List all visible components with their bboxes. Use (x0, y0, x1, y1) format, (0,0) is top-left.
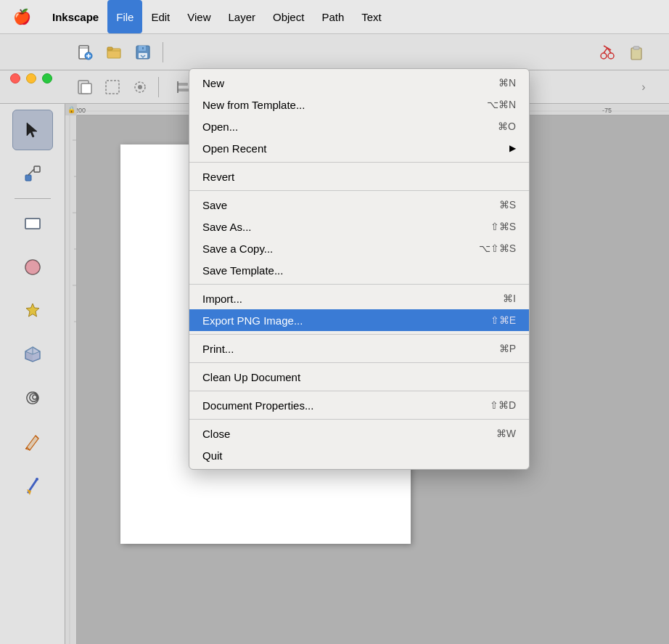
file-menu-dropdown[interactable]: New⌘NNew from Template...⌥⌘NOpen...⌘OOpe… (189, 68, 530, 470)
maximize-button[interactable] (42, 73, 52, 83)
menu-item-quit[interactable]: Quit (189, 444, 529, 466)
menu-item-new[interactable]: New⌘N (189, 72, 529, 94)
apple-menu[interactable]: 🍎 (0, 8, 44, 25)
svg-rect-40 (34, 166, 40, 172)
app-name: Inkscape (44, 11, 107, 23)
svg-line-13 (604, 48, 607, 53)
transform-button[interactable] (128, 75, 152, 99)
new-button[interactable] (73, 40, 97, 65)
menu-shortcut: ⌘P (499, 343, 516, 354)
svg-marker-46 (26, 303, 39, 317)
svg-rect-42 (25, 219, 40, 229)
menu-layer[interactable]: Layer (220, 0, 265, 33)
select-tool[interactable] (12, 110, 53, 150)
star-tool[interactable] (12, 290, 53, 331)
cut-button[interactable] (595, 40, 620, 65)
menu-item-print[interactable]: Print...⌘P (189, 338, 529, 359)
svg-point-11 (601, 53, 607, 59)
menu-item-label: Clean Up Document (202, 371, 300, 383)
svg-rect-17 (633, 46, 639, 49)
menu-shortcut: ⇧⌘E (491, 314, 516, 326)
svg-point-58 (36, 478, 38, 481)
menu-text[interactable]: Text (353, 0, 390, 33)
close-button[interactable] (10, 73, 20, 83)
menu-shortcut: ⌥⇧⌘S (479, 242, 516, 254)
menu-item-label: Save As... (202, 221, 252, 233)
menu-item-open[interactable]: Open...⌘O (189, 115, 529, 137)
main-toolbar (0, 34, 669, 70)
menu-object[interactable]: Object (264, 0, 313, 33)
menu-item-close[interactable]: Close⌘W (189, 423, 529, 444)
tools-sidebar (0, 104, 65, 644)
copy-page-button[interactable] (73, 75, 97, 99)
menu-item-revert[interactable]: Revert (189, 166, 529, 187)
menu-shortcut: ⌘N (498, 77, 516, 89)
svg-marker-39 (27, 123, 37, 137)
app-window: › 🔒 -200 -75 (0, 34, 669, 644)
menu-item-label: Save (202, 199, 227, 211)
menu-shortcut: ⇧⌘S (491, 221, 516, 232)
menu-bar: 🍎 Inkscape File Edit View Layer Object P… (0, 0, 669, 34)
svg-rect-6 (107, 47, 112, 50)
menu-view[interactable]: View (178, 0, 219, 33)
menu-file[interactable]: File (107, 0, 142, 33)
toolbar-separator-1 (163, 42, 163, 62)
svg-rect-19 (81, 83, 91, 94)
menu-path[interactable]: Path (313, 0, 353, 33)
menu-item-export-png[interactable]: Export PNG Image...⇧⌘E (189, 309, 529, 331)
menu-separator (189, 362, 529, 363)
node-tool[interactable] (12, 153, 53, 194)
menu-item-save-template[interactable]: Save Template... (189, 259, 529, 281)
menu-item-save-copy[interactable]: Save a Copy...⌥⇧⌘S (189, 237, 529, 259)
save-button[interactable] (131, 40, 155, 65)
svg-rect-41 (25, 175, 31, 181)
svg-point-12 (608, 53, 614, 59)
menu-item-doc-props[interactable]: Document Properties...⇧⌘D (189, 394, 529, 416)
menu-separator (189, 284, 529, 285)
apple-logo: 🍎 (13, 8, 31, 25)
menu-item-label: Export PNG Image... (202, 314, 303, 327)
menu-item-import[interactable]: Import...⌘I (189, 288, 529, 309)
select-tool-button[interactable] (100, 75, 125, 99)
submenu-arrow-icon: ▶ (509, 143, 516, 153)
menu-item-label: Close (202, 428, 230, 440)
menu-separator (189, 190, 529, 191)
rect-tool[interactable] (12, 203, 53, 244)
chevron-right-button[interactable]: › (631, 75, 656, 99)
svg-line-15 (604, 46, 611, 50)
svg-rect-20 (106, 81, 119, 94)
menu-item-new-template[interactable]: New from Template...⌥⌘N (189, 94, 529, 115)
pencil-tool[interactable] (12, 421, 53, 462)
tool-separator-1 (15, 198, 51, 199)
svg-point-45 (25, 260, 40, 274)
menu-item-save[interactable]: Save⌘S (189, 194, 529, 216)
toolbar2-sep (158, 77, 159, 97)
circle-tool[interactable] (12, 247, 53, 288)
menu-item-open-recent[interactable]: Open Recent▶ (189, 137, 529, 159)
open-button[interactable] (102, 40, 126, 65)
spiral-tool[interactable] (12, 378, 53, 418)
menu-item-save-as[interactable]: Save As...⇧⌘S (189, 216, 529, 237)
svg-text:-75: -75 (602, 107, 612, 114)
menu-item-label: Document Properties... (202, 399, 313, 412)
menu-separator (189, 162, 529, 163)
menu-separator (189, 334, 529, 335)
menu-item-label: Quit (202, 449, 223, 462)
menu-edit[interactable]: Edit (142, 0, 178, 33)
menu-separator (189, 419, 529, 420)
menu-shortcut: ⌘I (503, 293, 516, 304)
menu-item-label: Save Template... (202, 264, 283, 277)
menu-separator (189, 391, 529, 391)
box3d-tool[interactable] (12, 334, 53, 375)
paste-button[interactable] (624, 40, 649, 65)
menu-item-cleanup[interactable]: Clean Up Document (189, 366, 529, 388)
menu-item-label: Revert (202, 171, 234, 183)
menu-item-label: Save a Copy... (202, 242, 273, 255)
pen-tool[interactable] (12, 465, 53, 505)
menu-item-label: Import... (202, 293, 242, 305)
menu-item-label: Open Recent (202, 142, 266, 155)
menu-shortcut: ⌘S (499, 199, 516, 211)
menu-item-label: New (202, 77, 224, 89)
minimize-button[interactable] (26, 73, 36, 83)
menu-shortcut: ⇧⌘D (490, 399, 516, 411)
